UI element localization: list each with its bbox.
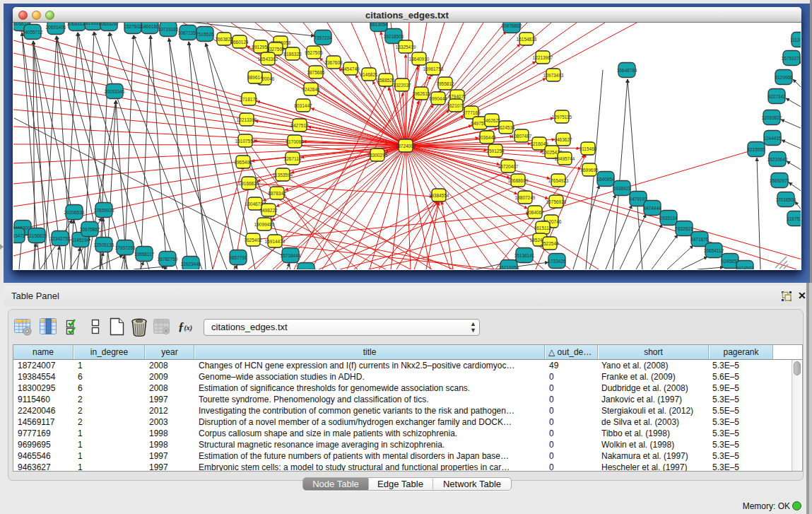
- svg-text:19384554: 19384554: [429, 193, 449, 198]
- svg-text:9857791: 9857791: [229, 255, 247, 260]
- svg-text:10924502: 10924502: [296, 268, 317, 270]
- svg-text:10807487: 10807487: [512, 134, 532, 139]
- svg-text:2522544: 2522544: [541, 241, 559, 246]
- svg-text:10688609: 10688609: [508, 178, 529, 183]
- svg-text:15692971: 15692971: [770, 178, 790, 183]
- svg-text:18807249: 18807249: [515, 195, 536, 200]
- svg-text:1965498: 1965498: [234, 160, 252, 165]
- svg-text:12093822: 12093822: [762, 115, 782, 120]
- svg-text:1145194: 1145194: [72, 238, 90, 243]
- svg-text:1640954: 1640954: [596, 177, 615, 182]
- svg-text:12975115: 12975115: [552, 115, 572, 119]
- svg-text:7462621: 7462621: [483, 118, 501, 123]
- svg-text:1588520: 1588520: [377, 78, 395, 83]
- svg-text:3624534: 3624534: [497, 125, 515, 130]
- svg-text:9924502: 9924502: [736, 266, 754, 270]
- svg-text:10958117: 10958117: [134, 252, 155, 257]
- svg-text:6990444: 6990444: [429, 96, 447, 101]
- svg-text:18724007: 18724007: [396, 144, 416, 148]
- svg-text:16210643: 16210643: [767, 157, 788, 162]
- svg-text:20691406: 20691406: [46, 25, 66, 30]
- svg-text:15716444: 15716444: [281, 253, 301, 258]
- svg-text:9327509: 9327509: [266, 47, 285, 52]
- svg-text:14055712: 14055712: [23, 30, 43, 35]
- svg-text:13325419: 13325419: [396, 45, 416, 49]
- svg-text:12342757: 12342757: [50, 236, 71, 241]
- svg-text:7632621: 7632621: [675, 226, 693, 231]
- svg-text:989614: 989614: [247, 75, 263, 80]
- svg-text:10973493: 10973493: [543, 73, 564, 78]
- svg-text:2935114: 2935114: [660, 216, 678, 221]
- svg-text:18640910: 18640910: [409, 57, 430, 62]
- svg-text:9474444: 9474444: [643, 206, 661, 211]
- svg-text:8660124: 8660124: [230, 40, 249, 45]
- svg-text:8215955: 8215955: [747, 147, 765, 152]
- svg-text:16543362: 16543362: [258, 57, 278, 62]
- svg-text:6216049: 6216049: [530, 141, 548, 146]
- svg-text:19495744: 19495744: [555, 156, 575, 161]
- svg-text:17654923: 17654923: [548, 178, 569, 183]
- svg-text:8813054: 8813054: [370, 23, 388, 27]
- svg-text:10654112: 10654112: [704, 248, 724, 253]
- svg-text:15720407: 15720407: [498, 164, 519, 169]
- svg-text:11353594: 11353594: [273, 173, 293, 177]
- svg-text:8454749: 8454749: [341, 66, 360, 71]
- svg-text:7955812: 7955812: [436, 81, 454, 86]
- svg-text:18300295: 18300295: [367, 153, 388, 158]
- svg-text:9699695: 9699695: [580, 168, 599, 173]
- svg-text:20206536: 20206536: [64, 210, 85, 215]
- svg-text:9777169: 9777169: [462, 110, 481, 115]
- svg-text:16914479: 16914479: [265, 239, 286, 244]
- svg-text:16961758: 16961758: [423, 66, 444, 71]
- svg-text:6794072: 6794072: [448, 94, 466, 99]
- svg-text:9527505: 9527505: [305, 50, 323, 55]
- svg-text:1615112: 1615112: [534, 226, 552, 230]
- svg-text:8170064: 8170064: [286, 139, 304, 144]
- svg-text:12213396: 12213396: [237, 117, 257, 122]
- svg-text:19099489: 19099489: [254, 222, 275, 227]
- svg-text:5938923: 5938923: [613, 186, 631, 191]
- svg-text:8427512: 8427512: [290, 123, 309, 128]
- svg-text:8878342: 8878342: [268, 191, 286, 196]
- svg-text:19218506: 19218506: [384, 34, 404, 39]
- svg-text:1733426: 1733426: [548, 259, 566, 264]
- svg-text:17957255: 17957255: [115, 245, 136, 250]
- svg-text:17859928: 17859928: [94, 208, 114, 213]
- svg-text:10653287: 10653287: [99, 23, 119, 26]
- svg-text:12505135: 12505135: [94, 243, 114, 247]
- svg-text:3915473: 3915473: [13, 233, 25, 238]
- svg-text:16648784: 16648784: [617, 68, 637, 73]
- svg-text:9146821: 9146821: [360, 72, 378, 77]
- svg-text:9498222: 9498222: [259, 208, 278, 213]
- svg-text:6466160: 6466160: [141, 24, 159, 29]
- svg-text:1621072: 1621072: [447, 103, 465, 108]
- svg-text:12213967: 12213967: [533, 55, 553, 60]
- svg-text:20876862: 20876862: [502, 23, 522, 28]
- svg-text:7591254: 7591254: [486, 148, 505, 153]
- svg-text:11124478: 11124478: [790, 37, 801, 42]
- svg-text:20053346: 20053346: [105, 89, 125, 94]
- svg-text:2718176: 2718176: [240, 97, 258, 102]
- svg-text:15751074: 15751074: [782, 56, 801, 61]
- svg-text:19166825: 19166825: [239, 181, 259, 186]
- svg-text:12923446: 12923446: [181, 262, 201, 267]
- svg-text:3267110: 3267110: [284, 156, 302, 161]
- svg-text:12156829: 12156829: [27, 233, 47, 238]
- svg-text:9115460: 9115460: [579, 146, 597, 151]
- svg-text:1167533: 1167533: [787, 216, 801, 221]
- svg-text:7357224: 7357224: [314, 35, 332, 40]
- svg-text:7625402: 7625402: [244, 238, 262, 243]
- svg-text:15136141: 15136141: [514, 253, 535, 258]
- svg-text:8186323: 8186323: [283, 52, 302, 57]
- svg-text:16782759: 16782759: [158, 257, 178, 262]
- svg-text:1527602: 1527602: [124, 24, 142, 29]
- svg-text:16219354: 16219354: [499, 265, 519, 270]
- svg-text:8031447: 8031447: [294, 103, 312, 108]
- svg-text:9242848: 9242848: [302, 87, 320, 92]
- svg-text:6479197: 6479197: [629, 197, 647, 201]
- svg-text:7515526: 7515526: [196, 32, 214, 37]
- svg-text:1244415: 1244415: [763, 136, 782, 141]
- svg-text:1962615: 1962615: [412, 91, 430, 96]
- svg-text:2367608: 2367608: [324, 60, 343, 65]
- svg-text:10756928: 10756928: [546, 199, 567, 204]
